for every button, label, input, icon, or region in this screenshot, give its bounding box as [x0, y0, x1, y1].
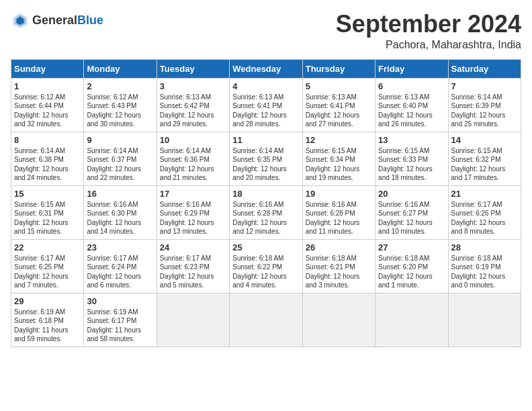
- cell-details: Sunrise: 6:18 AM Sunset: 6:21 PM Dayligh…: [306, 254, 372, 290]
- calendar-cell: 4Sunrise: 6:13 AM Sunset: 6:41 PM Daylig…: [230, 78, 302, 132]
- calendar-cell: 9Sunrise: 6:14 AM Sunset: 6:37 PM Daylig…: [84, 132, 157, 185]
- day-number: 3: [160, 81, 226, 91]
- cell-details: Sunrise: 6:14 AM Sunset: 6:36 PM Dayligh…: [160, 146, 226, 183]
- cell-details: Sunrise: 6:16 AM Sunset: 6:30 PM Dayligh…: [87, 200, 153, 236]
- cell-details: Sunrise: 6:15 AM Sunset: 6:34 PM Dayligh…: [306, 146, 372, 183]
- day-number: 21: [451, 189, 518, 199]
- calendar-cell: 5Sunrise: 6:13 AM Sunset: 6:41 PM Daylig…: [302, 78, 375, 132]
- calendar-cell: 20Sunrise: 6:16 AM Sunset: 6:27 PM Dayli…: [375, 185, 448, 239]
- cell-details: Sunrise: 6:17 AM Sunset: 6:24 PM Dayligh…: [87, 254, 153, 290]
- cell-details: Sunrise: 6:13 AM Sunset: 6:40 PM Dayligh…: [378, 93, 445, 129]
- day-number: 11: [232, 135, 299, 145]
- cell-details: Sunrise: 6:17 AM Sunset: 6:26 PM Dayligh…: [451, 200, 518, 236]
- day-number: 15: [14, 189, 81, 199]
- weekday-header-wednesday: Wednesday: [230, 59, 302, 78]
- calendar-cell: 27Sunrise: 6:18 AM Sunset: 6:20 PM Dayli…: [375, 239, 448, 293]
- calendar-body: 1Sunrise: 6:12 AM Sunset: 6:44 PM Daylig…: [11, 78, 521, 347]
- calendar-cell: 7Sunrise: 6:14 AM Sunset: 6:39 PM Daylig…: [448, 78, 521, 132]
- day-number: 8: [14, 135, 81, 145]
- calendar-cell: [302, 293, 375, 347]
- weekday-header-row: SundayMondayTuesdayWednesdayThursdayFrid…: [11, 59, 521, 78]
- calendar-week-4: 22Sunrise: 6:17 AM Sunset: 6:25 PM Dayli…: [11, 239, 521, 293]
- calendar-cell: 22Sunrise: 6:17 AM Sunset: 6:25 PM Dayli…: [11, 239, 84, 293]
- cell-details: Sunrise: 6:17 AM Sunset: 6:23 PM Dayligh…: [160, 254, 226, 290]
- weekday-header-saturday: Saturday: [448, 59, 521, 78]
- weekday-header-tuesday: Tuesday: [157, 59, 229, 78]
- calendar-table: SundayMondayTuesdayWednesdayThursdayFrid…: [11, 59, 521, 347]
- weekday-header-thursday: Thursday: [302, 59, 375, 78]
- calendar-cell: 30Sunrise: 6:19 AM Sunset: 6:17 PM Dayli…: [84, 293, 157, 347]
- day-number: 30: [87, 296, 153, 306]
- cell-details: Sunrise: 6:18 AM Sunset: 6:22 PM Dayligh…: [232, 254, 299, 290]
- day-number: 28: [451, 242, 518, 253]
- day-number: 5: [306, 81, 372, 91]
- cell-details: Sunrise: 6:16 AM Sunset: 6:28 PM Dayligh…: [306, 200, 372, 236]
- calendar-cell: [230, 293, 302, 347]
- calendar-week-2: 8Sunrise: 6:14 AM Sunset: 6:38 PM Daylig…: [11, 132, 521, 185]
- cell-details: Sunrise: 6:14 AM Sunset: 6:37 PM Dayligh…: [87, 146, 153, 183]
- cell-details: Sunrise: 6:13 AM Sunset: 6:42 PM Dayligh…: [160, 93, 226, 129]
- cell-details: Sunrise: 6:17 AM Sunset: 6:25 PM Dayligh…: [14, 254, 81, 290]
- calendar-cell: 25Sunrise: 6:18 AM Sunset: 6:22 PM Dayli…: [230, 239, 302, 293]
- day-number: 20: [378, 189, 445, 199]
- cell-details: Sunrise: 6:14 AM Sunset: 6:35 PM Dayligh…: [232, 146, 299, 183]
- weekday-header-sunday: Sunday: [11, 59, 84, 78]
- header: General Blue September 2024 Pachora, Mah…: [11, 11, 521, 51]
- calendar-header: SundayMondayTuesdayWednesdayThursdayFrid…: [11, 59, 521, 78]
- day-number: 18: [232, 189, 299, 199]
- calendar-cell: 13Sunrise: 6:15 AM Sunset: 6:33 PM Dayli…: [375, 132, 448, 185]
- day-number: 4: [232, 81, 299, 91]
- cell-details: Sunrise: 6:15 AM Sunset: 6:33 PM Dayligh…: [378, 146, 445, 183]
- day-number: 14: [451, 135, 518, 145]
- calendar-week-1: 1Sunrise: 6:12 AM Sunset: 6:44 PM Daylig…: [11, 78, 521, 132]
- month-title: September 2024: [336, 11, 521, 38]
- calendar-cell: 18Sunrise: 6:16 AM Sunset: 6:28 PM Dayli…: [230, 185, 302, 239]
- day-number: 1: [14, 81, 81, 91]
- logo-general: General: [32, 14, 77, 26]
- day-number: 25: [232, 242, 299, 253]
- day-number: 23: [87, 242, 153, 253]
- calendar-cell: [157, 293, 229, 347]
- cell-details: Sunrise: 6:16 AM Sunset: 6:28 PM Dayligh…: [232, 200, 299, 236]
- calendar-cell: 17Sunrise: 6:16 AM Sunset: 6:29 PM Dayli…: [157, 185, 229, 239]
- calendar-cell: 14Sunrise: 6:15 AM Sunset: 6:32 PM Dayli…: [448, 132, 521, 185]
- calendar-cell: [448, 293, 521, 347]
- day-number: 10: [160, 135, 226, 145]
- calendar-cell: 8Sunrise: 6:14 AM Sunset: 6:38 PM Daylig…: [11, 132, 84, 185]
- logo-text: General Blue: [32, 14, 103, 26]
- calendar-cell: 12Sunrise: 6:15 AM Sunset: 6:34 PM Dayli…: [302, 132, 375, 185]
- weekday-header-friday: Friday: [375, 59, 448, 78]
- day-number: 7: [451, 81, 518, 91]
- title-area: September 2024 Pachora, Maharashtra, Ind…: [336, 11, 521, 51]
- calendar-cell: 24Sunrise: 6:17 AM Sunset: 6:23 PM Dayli…: [157, 239, 229, 293]
- day-number: 19: [306, 189, 372, 199]
- logo-blue: Blue: [77, 14, 103, 26]
- cell-details: Sunrise: 6:14 AM Sunset: 6:39 PM Dayligh…: [451, 93, 518, 129]
- calendar-cell: 28Sunrise: 6:18 AM Sunset: 6:19 PM Dayli…: [448, 239, 521, 293]
- day-number: 24: [160, 242, 226, 253]
- cell-details: Sunrise: 6:15 AM Sunset: 6:31 PM Dayligh…: [14, 200, 81, 236]
- cell-details: Sunrise: 6:12 AM Sunset: 6:43 PM Dayligh…: [87, 93, 153, 129]
- day-number: 26: [306, 242, 372, 253]
- day-number: 22: [14, 242, 81, 253]
- calendar-cell: [375, 293, 448, 347]
- calendar-cell: 16Sunrise: 6:16 AM Sunset: 6:30 PM Dayli…: [84, 185, 157, 239]
- weekday-header-monday: Monday: [84, 59, 157, 78]
- cell-details: Sunrise: 6:18 AM Sunset: 6:19 PM Dayligh…: [451, 254, 518, 290]
- day-number: 29: [14, 296, 81, 306]
- cell-details: Sunrise: 6:13 AM Sunset: 6:41 PM Dayligh…: [232, 93, 299, 129]
- calendar-cell: 1Sunrise: 6:12 AM Sunset: 6:44 PM Daylig…: [11, 78, 84, 132]
- calendar-cell: 23Sunrise: 6:17 AM Sunset: 6:24 PM Dayli…: [84, 239, 157, 293]
- cell-details: Sunrise: 6:19 AM Sunset: 6:17 PM Dayligh…: [87, 308, 153, 344]
- calendar-cell: 15Sunrise: 6:15 AM Sunset: 6:31 PM Dayli…: [11, 185, 84, 239]
- day-number: 17: [160, 189, 226, 199]
- day-number: 12: [306, 135, 372, 145]
- cell-details: Sunrise: 6:13 AM Sunset: 6:41 PM Dayligh…: [306, 93, 372, 129]
- calendar-cell: 29Sunrise: 6:19 AM Sunset: 6:18 PM Dayli…: [11, 293, 84, 347]
- cell-details: Sunrise: 6:16 AM Sunset: 6:29 PM Dayligh…: [160, 200, 226, 236]
- calendar-cell: 10Sunrise: 6:14 AM Sunset: 6:36 PM Dayli…: [157, 132, 229, 185]
- calendar-cell: 19Sunrise: 6:16 AM Sunset: 6:28 PM Dayli…: [302, 185, 375, 239]
- cell-details: Sunrise: 6:12 AM Sunset: 6:44 PM Dayligh…: [14, 93, 81, 129]
- cell-details: Sunrise: 6:14 AM Sunset: 6:38 PM Dayligh…: [14, 146, 81, 183]
- day-number: 9: [87, 135, 153, 145]
